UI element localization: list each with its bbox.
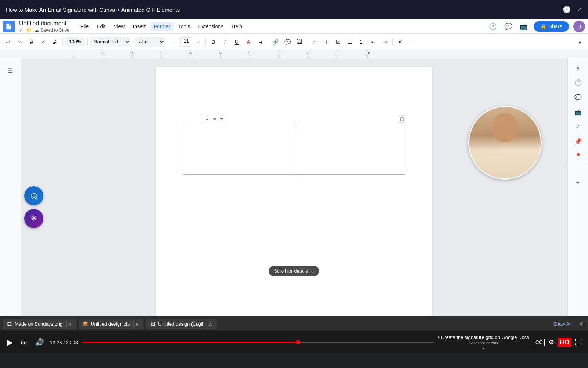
right-sidebar-add[interactable]: + (571, 176, 585, 189)
bullet-list-button[interactable]: ☰ (345, 37, 355, 47)
time-display: 12:23 / 20:03 (50, 340, 78, 345)
menu-help[interactable]: Help (228, 22, 246, 31)
text-color-button[interactable]: A (243, 37, 254, 47)
scroll-hint-text: Scroll for details (274, 268, 308, 274)
star-icon[interactable]: ☆ (19, 28, 23, 33)
undo-button[interactable]: ↩ (3, 37, 13, 47)
text-style-select[interactable]: Normal text Heading 1 Heading 2 (90, 37, 130, 47)
captions-button[interactable]: CC (534, 339, 545, 346)
comment-button[interactable]: 💬 (282, 37, 293, 47)
ai-button[interactable]: ✳ (24, 209, 43, 228)
right-sidebar-meet[interactable]: 📺 (571, 105, 585, 118)
user-avatar[interactable]: U (573, 21, 585, 32)
separator-8 (392, 38, 393, 46)
doc-icon-row: ☆ 📁 ☁ Saved to Drive (19, 28, 69, 33)
menu-extensions[interactable]: Extensions (195, 22, 227, 31)
ruler (0, 50, 588, 58)
prev-button[interactable]: ⏭ (19, 337, 29, 348)
separator-5 (205, 38, 206, 46)
menu-tools[interactable]: Tools (175, 22, 194, 31)
right-sidebar-chat[interactable]: 💬 (571, 91, 585, 104)
print-button[interactable]: 🖨 (26, 37, 37, 47)
docs-logo[interactable] (3, 21, 15, 32)
menu-insert[interactable]: Insert (129, 22, 149, 31)
link-button[interactable]: 🔗 (270, 37, 281, 47)
right-sidebar-maps[interactable]: 📍 (571, 149, 585, 163)
title-bar: How to Make An Email Signature with Canv… (0, 0, 588, 19)
table-move-icon[interactable]: ⠿ (204, 115, 210, 122)
outline-icon[interactable]: ☰ (4, 64, 17, 77)
view-icon[interactable]: 📺 (518, 21, 529, 32)
bold-button[interactable]: B (208, 37, 218, 47)
folder-icon[interactable]: 📁 (26, 28, 32, 33)
checklist-button[interactable]: ☑ (333, 37, 343, 47)
scroll-hint-player: Scroll for details ⌄ (469, 341, 498, 350)
record-button[interactable]: ◎ (24, 186, 43, 205)
floating-buttons: ◎ ✳ (24, 186, 43, 228)
document-table: ▢ (183, 123, 405, 175)
show-all-button[interactable]: Show All (550, 320, 574, 328)
menu-edit[interactable]: Edit (93, 22, 109, 31)
more-options-button[interactable]: ⋯ (407, 37, 417, 47)
download-zip-chevron[interactable]: ∧ (133, 321, 140, 328)
png-icon: 🖼 (6, 321, 12, 327)
volume-button[interactable]: 🔊 (33, 336, 46, 348)
menu-format[interactable]: Format (150, 22, 174, 31)
play-button[interactable]: ▶ (6, 336, 14, 348)
fullscreen-button[interactable]: ⛶ (575, 338, 582, 347)
spellcheck-button[interactable]: ✓ (38, 37, 49, 47)
table-wrapper: ⠿ ≡ + ▢ (183, 123, 405, 175)
align-button[interactable]: ≡ (309, 37, 320, 47)
line-spacing-button[interactable]: ↕ (321, 37, 331, 47)
table-cell-right[interactable]: ▢ (294, 123, 405, 175)
history-icon[interactable]: 🕐 (487, 21, 498, 32)
font-size-display: 11 (180, 37, 192, 47)
close-bottom-bar-button[interactable]: ✕ (577, 319, 585, 329)
download-item-gif[interactable]: 🎞 Untitled design (1).gif ∧ (146, 319, 217, 329)
font-size-minus[interactable]: − (169, 37, 180, 47)
menu-items: File Edit View Insert Format Tools Exten… (77, 22, 486, 31)
menu-file[interactable]: File (77, 22, 93, 31)
download-gif-chevron[interactable]: ∧ (207, 321, 214, 328)
numbered-list-button[interactable]: 1. (356, 37, 367, 47)
menu-view[interactable]: View (110, 22, 128, 31)
zoom-input[interactable] (65, 37, 85, 47)
download-item-png[interactable]: 🖼 Made on Sundays.png ∧ (3, 319, 76, 329)
right-sidebar-keep[interactable]: 📌 (571, 135, 585, 148)
cloud-icon: ☁ (35, 28, 39, 33)
table-add-col-icon[interactable]: + (219, 115, 225, 122)
doc-title[interactable]: Untitled document (19, 20, 69, 27)
right-sidebar-collapse[interactable]: ∧ (571, 61, 585, 74)
share-icon[interactable]: ↗ (577, 6, 582, 14)
doc-canvas[interactable]: ⠿ ≡ + ▢ (21, 58, 567, 316)
chat-icon[interactable]: 💬 (503, 21, 514, 32)
font-size-plus[interactable]: + (193, 37, 203, 47)
image-button[interactable]: 🖼 (294, 37, 305, 47)
table-cell-left[interactable] (183, 123, 294, 175)
download-png-chevron[interactable]: ∧ (66, 321, 73, 328)
share-button[interactable]: 🔒 Share (534, 21, 569, 32)
title-icons: 🕐 ↗ (563, 6, 582, 14)
table-corner-button[interactable]: ▢ (398, 115, 405, 123)
bottom-bar: 🖼 Made on Sundays.png ∧ 📦 Untitled desig… (0, 316, 588, 331)
clear-format-button[interactable]: ✕ (395, 37, 405, 47)
ai-icon: ✳ (31, 214, 37, 223)
doc-title-area: Untitled document ☆ 📁 ☁ Saved to Drive (19, 20, 69, 33)
settings-button[interactable]: ⚙ (548, 338, 554, 346)
italic-button[interactable]: I (220, 37, 230, 47)
progress-bar[interactable] (82, 342, 434, 343)
highlight-button[interactable]: ◂ (255, 37, 265, 47)
collapse-toolbar-button[interactable]: ∧ (575, 37, 585, 47)
right-sidebar-history[interactable]: 🕐 (571, 76, 585, 89)
download-item-zip[interactable]: 📦 Untitled design.zip ∧ (79, 319, 143, 329)
right-sidebar-tasks[interactable]: ✓ (571, 120, 585, 133)
indent-increase-button[interactable]: ⇥ (380, 37, 390, 47)
clock-icon[interactable]: 🕐 (563, 6, 571, 14)
underline-button[interactable]: U (232, 37, 242, 47)
table-options-icon[interactable]: ≡ (212, 115, 218, 122)
paint-format-button[interactable]: 🖌 (50, 37, 60, 47)
font-size-group: − 11 + (169, 37, 203, 47)
font-family-select[interactable]: Arial Times New Roman (135, 37, 165, 47)
redo-button[interactable]: ↪ (15, 37, 25, 47)
indent-decrease-button[interactable]: ⇤ (368, 37, 379, 47)
